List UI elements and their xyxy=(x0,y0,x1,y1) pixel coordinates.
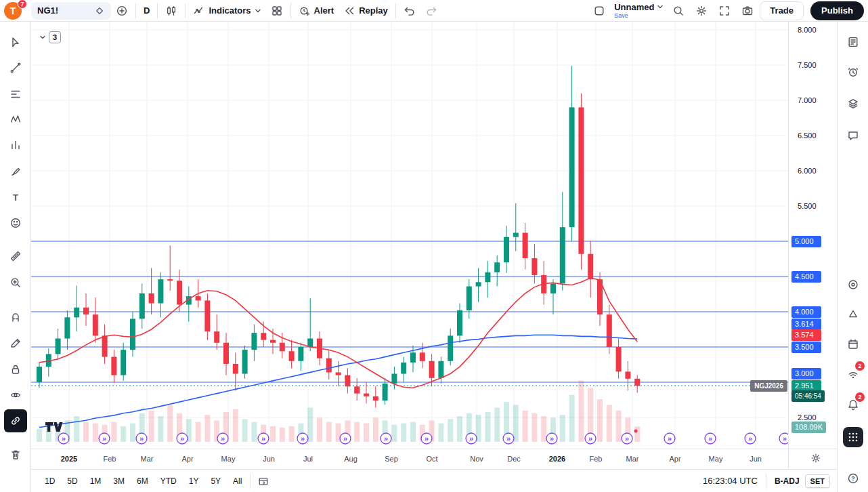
object-tree-button[interactable] xyxy=(841,91,865,116)
right-sidebar: 2 2 ? xyxy=(837,22,868,492)
range-button-5y[interactable]: 5Y xyxy=(205,474,226,489)
fullscreen-button[interactable] xyxy=(714,1,735,20)
replay-label: Replay xyxy=(359,5,388,16)
save-link[interactable]: Save xyxy=(614,13,628,19)
range-button-3m[interactable]: 3M xyxy=(108,474,130,489)
compare-add-button[interactable] xyxy=(111,1,133,20)
contract-rollover-marker[interactable]: » xyxy=(381,433,391,444)
ruler-icon xyxy=(9,250,22,262)
interval-button[interactable]: D xyxy=(139,1,154,20)
contract-rollover-marker[interactable]: » xyxy=(705,433,716,444)
time-axis-label: 2025 xyxy=(56,449,83,468)
alerts-button[interactable] xyxy=(841,60,865,84)
candle-body xyxy=(74,308,79,318)
time-axis-label: Apr xyxy=(661,449,689,468)
range-button-ytd[interactable]: YTD xyxy=(155,474,182,489)
contract-rollover-marker[interactable]: » xyxy=(622,433,632,444)
measure-tool-button[interactable] xyxy=(4,245,27,268)
zoom-tool-button[interactable] xyxy=(4,271,27,294)
contract-rollover-marker[interactable]: » xyxy=(664,433,675,444)
notifications-button[interactable]: 2 xyxy=(841,392,865,417)
magnet-tool-button[interactable] xyxy=(4,306,27,329)
apps-menu-button[interactable] xyxy=(843,427,863,447)
symbol-search-button[interactable]: NG1! xyxy=(31,2,111,20)
contract-rollover-marker[interactable]: » xyxy=(421,433,432,444)
layout-menu[interactable]: Unnamed Save xyxy=(614,3,664,19)
publish-button[interactable]: Publish xyxy=(810,1,864,20)
replay-button[interactable]: Replay xyxy=(339,1,393,20)
redo-button[interactable] xyxy=(420,1,442,20)
cursor-tool-button[interactable] xyxy=(4,31,27,54)
range-button-1y[interactable]: 1Y xyxy=(183,474,204,489)
drawings-count-widget[interactable]: 3 xyxy=(38,30,62,44)
chart-pane[interactable]: »»»»»»»»»»»»»»»»»»» 3 NGJ2026 2025FebMar… xyxy=(31,22,788,469)
indicators-button[interactable]: Indicators xyxy=(188,1,265,20)
contract-rollover-marker[interactable]: » xyxy=(340,433,351,444)
contract-rollover-marker[interactable]: » xyxy=(258,433,269,444)
time-axis[interactable]: 2025FebMarAprMayJunJulAugSepOctNovDec202… xyxy=(31,449,788,469)
scanner-button[interactable] xyxy=(841,272,865,297)
svg-text:»: » xyxy=(506,434,511,443)
brush-tool-button[interactable] xyxy=(4,160,27,183)
trend-line-tool-button[interactable] xyxy=(4,56,27,79)
range-button-6m[interactable]: 6M xyxy=(131,474,154,489)
contract-rollover-marker[interactable]: » xyxy=(585,433,596,444)
sync-drawings-button[interactable] xyxy=(4,409,27,432)
layout-templates-button[interactable] xyxy=(266,1,288,20)
contract-rollover-marker[interactable]: » xyxy=(297,433,308,444)
contract-rollover-marker[interactable]: » xyxy=(779,433,788,444)
contract-rollover-marker[interactable]: » xyxy=(217,433,228,444)
snapshot-button[interactable] xyxy=(737,1,758,20)
svg-text:»: » xyxy=(550,434,554,443)
undo-button[interactable] xyxy=(399,1,420,20)
chart-style-button[interactable] xyxy=(160,1,182,20)
candle-body xyxy=(607,314,612,347)
go-to-date-button[interactable] xyxy=(253,472,274,491)
contract-rollover-marker[interactable]: » xyxy=(136,433,147,444)
chat-button[interactable] xyxy=(841,123,865,148)
save-layout-button[interactable] xyxy=(588,1,610,20)
ideas-button[interactable] xyxy=(841,302,865,326)
adjustment-button[interactable]: B-ADJ xyxy=(775,476,800,486)
trade-button[interactable]: Trade xyxy=(760,1,804,20)
watchlist-button[interactable] xyxy=(841,30,865,54)
range-button-all[interactable]: All xyxy=(227,474,247,489)
range-button-1d[interactable]: 1D xyxy=(39,474,60,489)
calendar-button[interactable] xyxy=(841,332,865,356)
quick-search-button[interactable] xyxy=(668,1,689,20)
delete-drawings-button[interactable] xyxy=(4,443,27,466)
lock-drawings-button[interactable] xyxy=(4,358,27,381)
contract-rollover-marker[interactable]: » xyxy=(58,433,69,444)
streams-button[interactable]: 2 xyxy=(841,361,865,386)
chart-settings-button[interactable] xyxy=(691,1,712,20)
contract-rollover-marker[interactable]: » xyxy=(745,433,756,444)
clock-utc-button[interactable]: 16:23:04 UTC xyxy=(703,476,758,486)
contract-rollover-marker[interactable]: » xyxy=(466,433,477,444)
session-button[interactable]: SET xyxy=(805,474,830,488)
svg-text:»: » xyxy=(668,434,672,443)
candlestick-chart[interactable]: »»»»»»»»»»»»»»»»»»» xyxy=(31,22,788,449)
hide-drawings-button[interactable] xyxy=(4,384,27,407)
text-tool-button[interactable]: T xyxy=(4,186,27,209)
emoji-tool-button[interactable] xyxy=(4,211,27,234)
candle-body xyxy=(448,335,453,361)
axis-settings-icon[interactable] xyxy=(810,453,821,466)
svg-text:»: » xyxy=(343,434,347,443)
range-button-1m[interactable]: 1M xyxy=(85,474,107,489)
contract-rollover-marker[interactable]: » xyxy=(546,433,557,444)
pattern-tools-button[interactable] xyxy=(4,108,27,131)
contract-rollover-marker[interactable]: » xyxy=(99,433,110,444)
alert-button[interactable]: Alert xyxy=(294,1,339,20)
price-scale[interactable]: 8.0007.5007.0006.5006.0005.5002.5005.000… xyxy=(788,22,837,469)
tradingview-logo[interactable] xyxy=(45,422,65,434)
contract-rollover-marker[interactable]: » xyxy=(177,433,188,444)
candle-body xyxy=(167,279,173,281)
range-button-5d[interactable]: 5D xyxy=(62,474,83,489)
contract-rollover-marker[interactable]: » xyxy=(503,433,514,444)
help-button[interactable]: ? xyxy=(841,466,865,491)
undo-icon xyxy=(404,5,416,17)
user-avatar[interactable]: T 7 xyxy=(4,1,24,20)
forecast-tools-button[interactable] xyxy=(4,134,27,157)
fib-tools-button[interactable] xyxy=(4,83,27,106)
drawing-mode-button[interactable] xyxy=(4,331,27,354)
